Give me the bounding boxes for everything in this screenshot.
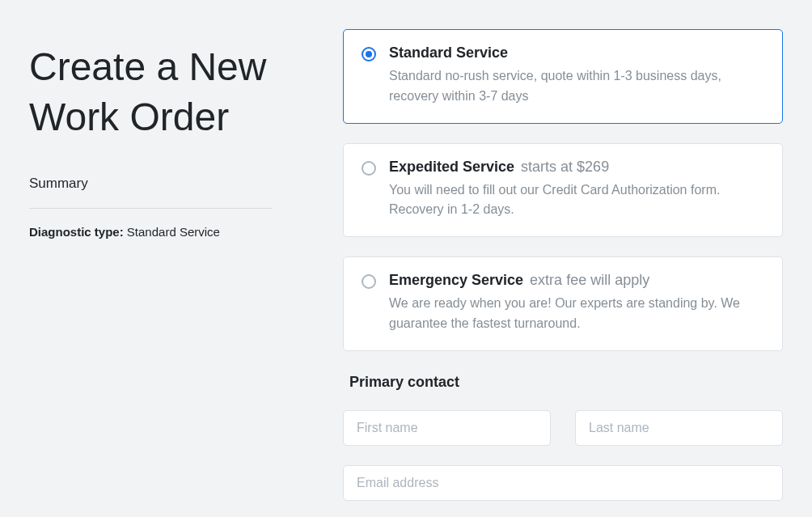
- option-note: extra fee will apply: [530, 272, 649, 289]
- page-title: Create a New Work Order: [29, 42, 304, 143]
- summary-diag-label: Diagnostic type:: [29, 225, 124, 239]
- summary-heading: Summary: [29, 176, 272, 209]
- first-name-input[interactable]: [343, 410, 551, 446]
- option-desc: Standard no-rush service, quote within 1…: [389, 66, 764, 107]
- primary-contact-heading: Primary contact: [349, 374, 783, 391]
- option-expedited-service[interactable]: Expedited Service starts at $269 You wil…: [343, 143, 783, 238]
- option-standard-service[interactable]: Standard Service Standard no-rush servic…: [343, 29, 783, 124]
- option-emergency-service[interactable]: Emergency Service extra fee will apply W…: [343, 256, 783, 351]
- option-desc: You will need to fill out our Credit Car…: [389, 180, 764, 221]
- email-input[interactable]: [343, 465, 783, 501]
- option-title: Standard Service: [389, 44, 508, 61]
- option-title: Emergency Service: [389, 272, 523, 289]
- radio-icon: [362, 274, 376, 289]
- radio-icon: [362, 47, 376, 61]
- radio-icon: [362, 161, 376, 176]
- option-title: Expedited Service: [389, 159, 514, 176]
- summary-diagnostic-row: Diagnostic type: Standard Service: [29, 225, 304, 239]
- option-desc: We are ready when you are! Our experts a…: [389, 294, 764, 334]
- last-name-input[interactable]: [575, 410, 783, 446]
- summary-diag-value: Standard Service: [127, 225, 220, 239]
- option-note: starts at $269: [521, 159, 609, 176]
